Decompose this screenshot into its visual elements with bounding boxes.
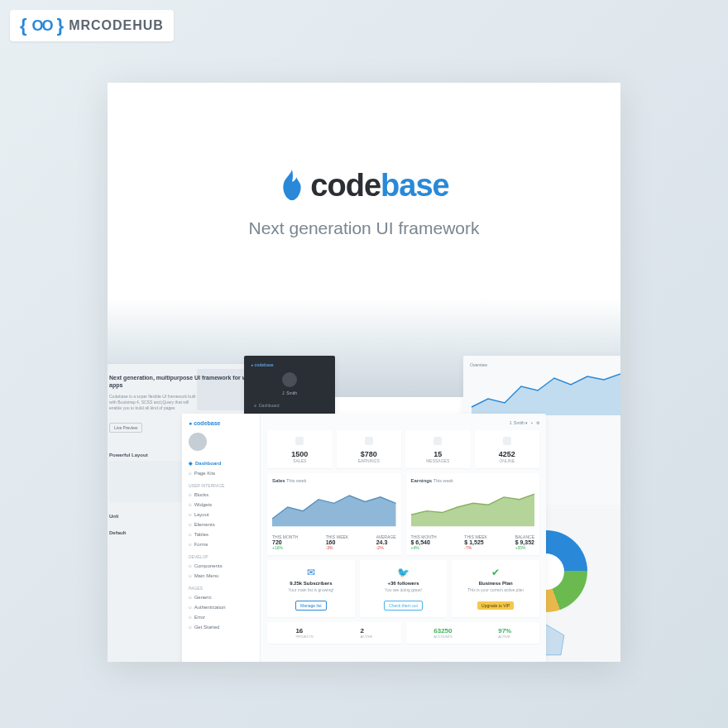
wallet-icon xyxy=(365,437,373,445)
sub-plan: ✔ Business Plan This is your current act… xyxy=(452,560,539,617)
preview-dashboard: ● codebase ◆ Dashboard ○ Page Kits USER … xyxy=(182,414,546,662)
live-preview-button[interactable]: Live Preview xyxy=(109,423,142,433)
sidebar: ● codebase ◆ Dashboard ○ Page Kits USER … xyxy=(182,414,261,662)
sidebar-item[interactable]: ○ Main Menu xyxy=(189,571,253,581)
sub-row: ✉ 9.25k Subscribers Your main list is gr… xyxy=(267,560,539,617)
sidebar-item[interactable]: ○ Widgets xyxy=(189,500,253,510)
toolbar: J. Smith ▾ ▪ ⚙ xyxy=(267,420,539,425)
sidebar-item-dashboard[interactable]: ◆ Dashboard xyxy=(189,457,253,468)
sidebar-item[interactable]: ○ Generic xyxy=(189,592,253,602)
chart-row: Sales This week THIS MONTH720+16% THIS W… xyxy=(267,473,539,555)
oo-icon: OO xyxy=(32,17,52,35)
brace-icon: } xyxy=(57,15,65,36)
user-menu[interactable]: J. Smith ▾ xyxy=(510,420,528,425)
avatar xyxy=(282,372,297,387)
avatar xyxy=(189,433,207,451)
brand-text: codebase xyxy=(310,168,448,204)
sidebar-brand: ● codebase xyxy=(189,420,253,426)
area-chart xyxy=(470,370,620,415)
nav-item[interactable]: Dashboard xyxy=(251,400,328,410)
stat-messages[interactable]: 15MESSAGES xyxy=(405,430,471,468)
bottom-accounts[interactable]: 63250ACCOUNTS 97%ACTIVE xyxy=(406,622,540,644)
sub-subscribers: ✉ 9.25k Subscribers Your main list is gr… xyxy=(267,560,355,617)
sidebar-item-pagekits[interactable]: ○ Page Kits xyxy=(189,468,253,478)
check-icon: ✔ xyxy=(457,567,534,578)
sidebar-item[interactable]: ○ Get Started xyxy=(189,622,253,632)
brace-icon: { xyxy=(20,15,27,36)
sidebar-item[interactable]: ○ Error xyxy=(189,612,253,622)
chart-label: Overview xyxy=(470,362,620,367)
sidebar-item[interactable]: ○ Layout xyxy=(189,510,253,520)
chart-earnings: Earnings This week THIS MONTH$ 6,540+4% … xyxy=(406,473,540,555)
stat-earnings[interactable]: $780EARNINGS xyxy=(337,430,402,468)
sidebar-heading: DEVELOP xyxy=(189,554,253,559)
twitter-icon: 🐦 xyxy=(365,567,443,578)
user-name: J. Smith xyxy=(251,390,328,395)
chart-sales: Sales This week THIS MONTH720+16% THIS W… xyxy=(267,473,401,555)
bottom-projects[interactable]: 16PROJECTS 2ACTIVE xyxy=(267,622,401,644)
bag-icon xyxy=(295,437,304,445)
upgrade-button[interactable]: Upgrade to VIP xyxy=(477,601,514,610)
manage-list-button[interactable]: Manage list xyxy=(295,601,327,611)
mrcodehub-logo: {OO} MRCODEHUB xyxy=(10,10,174,41)
dark-brand: ● codebase xyxy=(251,362,328,367)
flag-icon[interactable]: ▪ xyxy=(531,420,533,425)
flame-icon xyxy=(279,170,305,201)
stat-sales[interactable]: 1500SALES xyxy=(267,430,333,468)
check-button[interactable]: Check them out xyxy=(384,601,423,611)
envelope-icon: ✉ xyxy=(272,567,350,578)
sub-followers: 🐦 +36 followers You are doing great! Che… xyxy=(360,560,448,617)
hero-section: codebase Next generation UI framework xyxy=(108,83,620,298)
sidebar-heading: USER INTERFACE xyxy=(189,483,253,488)
stat-online[interactable]: 4252ONLINE xyxy=(475,430,540,468)
sidebar-item[interactable]: ○ Blocks xyxy=(189,490,253,500)
sidebar-item[interactable]: ○ Authentication xyxy=(189,602,253,612)
sidebar-item[interactable]: ○ Forms xyxy=(189,539,253,549)
users-icon xyxy=(503,437,511,445)
main-content: J. Smith ▾ ▪ ⚙ 1500SALES $780EARNINGS 15… xyxy=(261,414,546,662)
tagline: Next generation UI framework xyxy=(249,218,480,238)
envelope-icon xyxy=(433,437,442,445)
product-card: codebase Next generation UI framework Ne… xyxy=(108,83,620,662)
previews: Next generation, multipurpose UI framewo… xyxy=(108,364,620,662)
stat-row: 1500SALES $780EARNINGS 15MESSAGES 4252ON… xyxy=(267,430,539,468)
brand: codebase xyxy=(279,168,448,204)
sidebar-item[interactable]: ○ Components xyxy=(189,561,253,571)
bottom-row: 16PROJECTS 2ACTIVE 63250ACCOUNTS 97%ACTI… xyxy=(267,622,539,644)
sidebar-heading: PAGES xyxy=(189,586,253,591)
sidebar-item[interactable]: ○ Tables xyxy=(189,529,253,539)
sidebar-item[interactable]: ○ Elements xyxy=(189,520,253,529)
logo-text: MRCODEHUB xyxy=(69,18,164,33)
gear-icon[interactable]: ⚙ xyxy=(536,420,539,425)
